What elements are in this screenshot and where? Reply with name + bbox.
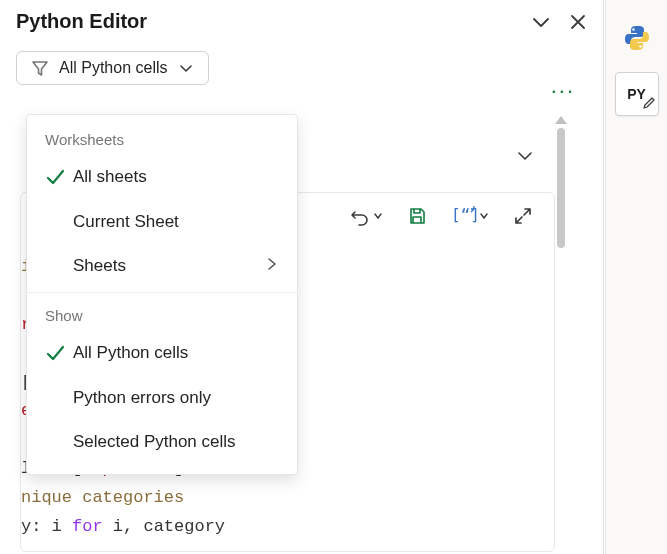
chevron-down-icon <box>178 60 194 76</box>
chevron-right-icon <box>265 256 279 276</box>
save-icon[interactable] <box>407 206 427 226</box>
dropdown-item-label: Python errors only <box>73 388 211 408</box>
scroll-up-arrow[interactable] <box>555 116 567 124</box>
dropdown-item-label: All sheets <box>73 167 147 187</box>
dropdown-item-python-errors-only[interactable]: Python errors only <box>27 376 297 420</box>
checkmark-icon <box>41 342 69 364</box>
dropdown-item-label: Current Sheet <box>73 212 179 232</box>
dropdown-item-sheets-submenu[interactable]: Sheets <box>27 244 297 288</box>
dropdown-item-label: Sheets <box>73 256 126 276</box>
collapse-chevron-icon[interactable] <box>531 12 551 32</box>
dropdown-item-all-sheets[interactable]: All sheets <box>27 154 297 200</box>
expand-icon[interactable] <box>513 206 533 226</box>
show-section-label: Show <box>27 297 297 330</box>
svg-point-2 <box>639 45 641 47</box>
dropdown-item-current-sheet[interactable]: Current Sheet <box>27 200 297 244</box>
undo-button[interactable] <box>349 205 383 227</box>
scroll-track[interactable] <box>557 128 565 528</box>
filter-label: All Python cells <box>59 59 168 77</box>
panel-header: Python Editor <box>16 10 587 33</box>
filter-dropdown-button[interactable]: All Python cells <box>16 51 209 85</box>
close-icon[interactable] <box>569 13 587 31</box>
overflow-menu-button[interactable]: ··· <box>551 78 575 104</box>
section-collapse-icon[interactable] <box>515 146 535 169</box>
python-logo-icon[interactable] <box>615 16 659 60</box>
filter-icon <box>31 59 49 77</box>
pencil-icon <box>642 96 656 110</box>
dropdown-item-all-python-cells[interactable]: All Python cells <box>27 330 297 376</box>
scroll-thumb[interactable] <box>557 128 565 248</box>
dropdown-item-label: Selected Python cells <box>73 432 236 452</box>
svg-point-1 <box>632 28 634 30</box>
panel-title: Python Editor <box>16 10 147 33</box>
code-toolbar: [“] <box>349 205 533 227</box>
dropdown-item-label: All Python cells <box>73 343 188 363</box>
right-rail: PY <box>605 0 667 554</box>
dropdown-divider <box>27 292 297 293</box>
dropdown-item-selected-python-cells[interactable]: Selected Python cells <box>27 420 297 464</box>
worksheets-section-label: Worksheets <box>27 121 297 154</box>
insert-reference-button[interactable]: [“] <box>451 206 489 226</box>
checkmark-icon <box>41 166 69 188</box>
filter-dropdown-menu: Worksheets All sheets Current Sheet Shee… <box>26 114 298 475</box>
python-editor-tab[interactable]: PY <box>615 72 659 116</box>
